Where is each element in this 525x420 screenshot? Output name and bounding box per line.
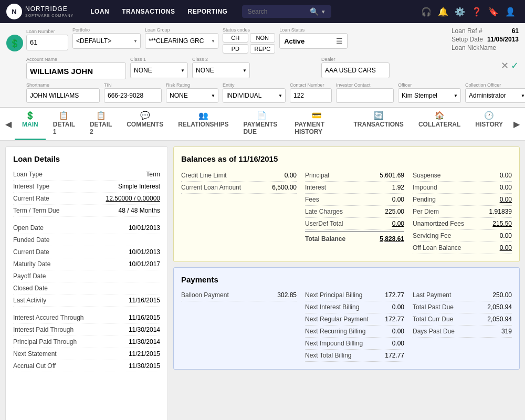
class2-label: Class 2	[192, 57, 250, 62]
off-loan-balance-label: Off Loan Balance	[413, 244, 461, 251]
chevron-down-icon[interactable]: ▼	[321, 9, 326, 15]
dealer-input[interactable]	[321, 62, 390, 78]
balloon-payment-value: 302.85	[277, 291, 297, 299]
class2-select[interactable]: NONE	[192, 62, 250, 78]
class1-select[interactable]: NONE	[130, 62, 188, 78]
nav-icon-headset[interactable]: 🎧	[421, 7, 432, 17]
userdef-total-label: UserDef Total	[305, 220, 343, 227]
tab-prev-btn[interactable]: ◀	[2, 108, 15, 140]
save-button[interactable]: ✓	[511, 60, 519, 71]
off-loan-balance-value[interactable]: 0.00	[500, 244, 512, 251]
right-panels: Balances as of 11/16/2015 Credit Line Li…	[173, 146, 520, 420]
nav-icon-bell[interactable]: 🔔	[438, 7, 448, 17]
loan-number-input[interactable]	[26, 35, 68, 50]
tab-relationships-icon: 👥	[198, 111, 208, 120]
current-rate-value[interactable]: 12.50000 / 0.00000	[106, 195, 160, 202]
credit-line-limit-value: 0.00	[285, 172, 297, 179]
detail-row-next-statement: Next Statement 11/21/2015	[13, 348, 160, 360]
setup-date-value: 11/05/2013	[487, 36, 519, 43]
unamortized-fees-value[interactable]: 215.50	[492, 220, 512, 227]
funded-date-label: Funded Date	[13, 236, 49, 244]
detail-row-term: Term / Term Due 48 / 48 Months	[13, 205, 160, 217]
principal-paid-value: 11/30/2014	[129, 338, 160, 345]
loan-status-value: Active	[284, 37, 332, 45]
tab-transactions[interactable]: 🔄 TRANSACTIONS	[346, 108, 411, 140]
tab-payment-history-icon: 💳	[312, 111, 322, 120]
last-activity-value: 11/16/2015	[129, 297, 160, 304]
tab-payments-due[interactable]: 📄 PAYMENTS DUE	[236, 108, 288, 140]
total-balance-label: Total Balance	[305, 235, 345, 243]
nav-item-loan[interactable]: LOAN	[84, 6, 116, 17]
collection-officer-select[interactable]: Administrator	[465, 88, 525, 103]
tab-collateral[interactable]: 🏠 COLLATERAL	[411, 108, 468, 140]
payments-panel: Payments Balloon Payment 302.85 Next Pri…	[173, 267, 520, 370]
loan-group-select[interactable]: ***CLEARING GRC	[145, 33, 218, 49]
detail-row-funded-date: Funded Date	[13, 234, 160, 246]
next-regular-payment-value: 172.77	[385, 316, 404, 323]
next-recurring-billing-label: Next Recurring Billing	[305, 328, 365, 335]
entity-select[interactable]: INDIVIDUAL	[223, 88, 286, 103]
payments-col1: Balloon Payment 302.85	[181, 289, 297, 362]
investor-contact-label: Investor Contact	[336, 82, 394, 88]
interest-paid-value: 11/30/2014	[129, 326, 160, 333]
tab-payments-due-label: PAYMENTS DUE	[244, 121, 280, 135]
contact-number-input[interactable]	[290, 88, 332, 103]
tab-payment-history[interactable]: 💳 PAYMENT HISTORY	[287, 108, 346, 140]
tin-input[interactable]	[104, 88, 162, 103]
total-balance-value[interactable]: 5,828.61	[380, 235, 404, 243]
search-input[interactable]	[247, 8, 309, 15]
tab-next-btn[interactable]: ▶	[510, 108, 523, 140]
next-interest-billing-value: 0.00	[392, 303, 404, 311]
contact-number-label: Contact Number	[290, 82, 332, 88]
detail-row-interest-type: Interest Type Simple Interest	[13, 181, 160, 193]
collection-officer-label: Collection Officer	[465, 82, 525, 88]
tab-detail1-icon: 📋	[59, 111, 69, 120]
investor-contact-input[interactable]	[336, 88, 394, 103]
open-date-label: Open Date	[13, 224, 44, 232]
portfolio-select[interactable]: <DEFAULT>	[72, 33, 141, 49]
status-btn-non[interactable]: NON	[250, 33, 276, 43]
nav-icon-user[interactable]: 👤	[505, 7, 516, 17]
risk-rating-select[interactable]: NONE	[166, 88, 218, 103]
tab-transactions-label: TRANSACTIONS	[354, 121, 404, 128]
suspense-label: Suspense	[413, 172, 440, 179]
detail-row-closed-date: Closed Date	[13, 282, 160, 295]
nav-item-transactions[interactable]: TRANSACTIONS	[116, 6, 181, 17]
next-interest-billing-label: Next Interest Billing	[305, 303, 359, 311]
current-loan-amount-value: 6,500.00	[272, 184, 297, 191]
status-codes-label: Status codes	[223, 27, 275, 33]
pending-value[interactable]: 0.00	[500, 196, 512, 203]
interest-value: 1.92	[392, 184, 404, 191]
userdef-total-value[interactable]: 0.00	[392, 220, 404, 227]
nav-icon-help[interactable]: ❓	[471, 7, 482, 17]
impound-value: 0.00	[500, 184, 512, 191]
shortname-input[interactable]	[26, 88, 100, 103]
tab-detail2[interactable]: 📋 DETAIL 2	[82, 108, 119, 140]
loan-status-menu-icon[interactable]: ☰	[336, 37, 343, 45]
current-rate-label: Current Rate	[13, 195, 49, 202]
tab-comments[interactable]: 💬 COMMENTS	[119, 108, 171, 140]
tab-detail1[interactable]: 📋 DETAIL 1	[46, 108, 82, 140]
status-btn-pd[interactable]: PD	[223, 44, 248, 54]
tab-payments-due-icon: 📄	[257, 111, 267, 120]
nav-item-reporting[interactable]: REPORTING	[182, 6, 234, 17]
interest-accrued-value: 11/16/2015	[129, 314, 160, 321]
servicing-fee-value: 0.00	[500, 232, 512, 239]
status-btn-ch[interactable]: CH	[223, 33, 248, 43]
nav-icon-gear[interactable]: ⚙️	[455, 7, 465, 17]
status-btn-repc[interactable]: REPC	[250, 44, 276, 54]
nav-icon-bookmark[interactable]: 🔖	[488, 7, 499, 17]
account-name-input[interactable]	[26, 62, 126, 79]
logo-text: NORTRIDGE SOFTWARE COMPANY	[25, 5, 74, 18]
tab-history[interactable]: 🕐 HISTORY	[468, 108, 510, 140]
interest-accrued-label: Interest Accured Through	[13, 314, 84, 321]
days-past-due-label: Days Past Due	[413, 328, 455, 335]
unamortized-fees-label: Unamortized Fees	[413, 220, 464, 227]
logo[interactable]: N NORTRIDGE SOFTWARE COMPANY	[6, 4, 74, 19]
cancel-button[interactable]: ✕	[501, 60, 509, 71]
officer-select[interactable]: Kim Stempel	[398, 88, 461, 103]
tab-relationships[interactable]: 👥 RELATIONSHIPS	[171, 108, 236, 140]
officer-label: Officer	[398, 82, 461, 88]
tab-main[interactable]: 💲 MAIN	[15, 108, 46, 140]
credit-line-limit-label: Credit Line Limit	[181, 172, 227, 179]
